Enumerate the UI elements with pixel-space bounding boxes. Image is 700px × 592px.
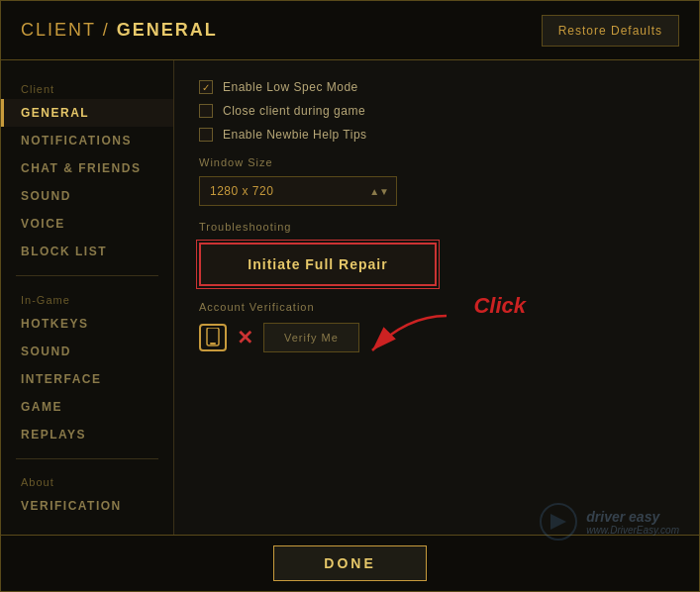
checkbox-row-3: Enable Newbie Help Tips <box>199 128 674 142</box>
window-size-wrapper: 1280 x 720 1920 x 1080 1366 x 768 ▲▼ <box>199 176 397 206</box>
sidebar-item-hotkeys[interactable]: HOTKEYS <box>1 310 173 338</box>
sidebar-section-about: About <box>1 468 173 492</box>
checkbox-close-client[interactable] <box>199 104 213 118</box>
sidebar-divider-2 <box>16 458 158 459</box>
verify-me-button[interactable]: Verify Me <box>263 323 359 352</box>
watermark-url: www.DriverEasy.com <box>586 525 679 536</box>
sidebar-item-sound[interactable]: SOUND <box>1 182 173 210</box>
sidebar-item-verification[interactable]: VERIFICATION <box>1 492 173 520</box>
sidebar-item-game[interactable]: GAME <box>1 393 173 421</box>
svg-rect-1 <box>210 343 216 345</box>
checkbox-low-spec-label: Enable Low Spec Mode <box>223 80 358 94</box>
troubleshoot-label: Troubleshooting <box>199 221 674 233</box>
app-container: CLIENT / GENERAL Restore Defaults Client… <box>0 0 700 592</box>
sidebar-item-chat-friends[interactable]: CHAT & FRIENDS <box>1 154 173 182</box>
checkbox-row-2: Close client during game <box>199 104 674 118</box>
sidebar: Client GENERAL NOTIFICATIONS CHAT & FRIE… <box>1 60 174 535</box>
initiate-repair-button[interactable]: Initiate Full Repair <box>199 243 437 286</box>
x-error-icon: ✕ <box>237 326 253 349</box>
sidebar-item-replays[interactable]: REPLAYS <box>1 421 173 448</box>
sidebar-item-sound-ig[interactable]: SOUND <box>1 338 173 365</box>
checkbox-row-1: ✓ Enable Low Spec Mode <box>199 80 674 94</box>
check-icon: ✓ <box>202 82 210 93</box>
restore-defaults-button[interactable]: Restore Defaults <box>542 15 679 47</box>
sidebar-item-general[interactable]: GENERAL <box>1 99 173 127</box>
sidebar-item-interface[interactable]: INTERFACE <box>1 365 173 393</box>
account-row: ✕ Verify Me <box>199 323 674 352</box>
footer: DONE <box>1 535 699 591</box>
sidebar-section-ingame: In-Game <box>1 286 173 310</box>
checkbox-close-client-label: Close client during game <box>223 104 365 118</box>
phone-icon <box>199 324 227 351</box>
title-bold: GENERAL <box>117 20 218 40</box>
sidebar-item-block-list[interactable]: BLOCK LIST <box>1 238 173 265</box>
watermark-brand: driver easy <box>586 509 679 525</box>
content-area: ✓ Enable Low Spec Mode Close client duri… <box>174 60 699 535</box>
checkbox-low-spec[interactable]: ✓ <box>199 80 213 94</box>
window-size-label: Window Size <box>199 156 674 168</box>
checkbox-newbie-tips-label: Enable Newbie Help Tips <box>223 128 367 142</box>
watermark-text-block: driver easy www.DriverEasy.com <box>586 509 679 536</box>
window-size-select[interactable]: 1280 x 720 1920 x 1080 1366 x 768 <box>199 176 397 206</box>
driver-easy-logo <box>539 502 578 542</box>
sidebar-item-voice[interactable]: VOICE <box>1 210 173 238</box>
main-content: Client GENERAL NOTIFICATIONS CHAT & FRIE… <box>1 60 699 535</box>
sidebar-section-client: Client <box>1 75 173 99</box>
watermark: driver easy www.DriverEasy.com <box>539 502 679 542</box>
sidebar-item-notifications[interactable]: NOTIFICATIONS <box>1 127 173 154</box>
checkbox-newbie-tips[interactable] <box>199 128 213 142</box>
header-title: CLIENT / GENERAL <box>21 20 218 41</box>
header: CLIENT / GENERAL Restore Defaults <box>1 1 699 60</box>
title-prefix: CLIENT / <box>21 20 117 40</box>
done-button[interactable]: DONE <box>273 545 426 581</box>
sidebar-divider-1 <box>16 275 158 276</box>
account-verification-label: Account Verification <box>199 301 674 313</box>
